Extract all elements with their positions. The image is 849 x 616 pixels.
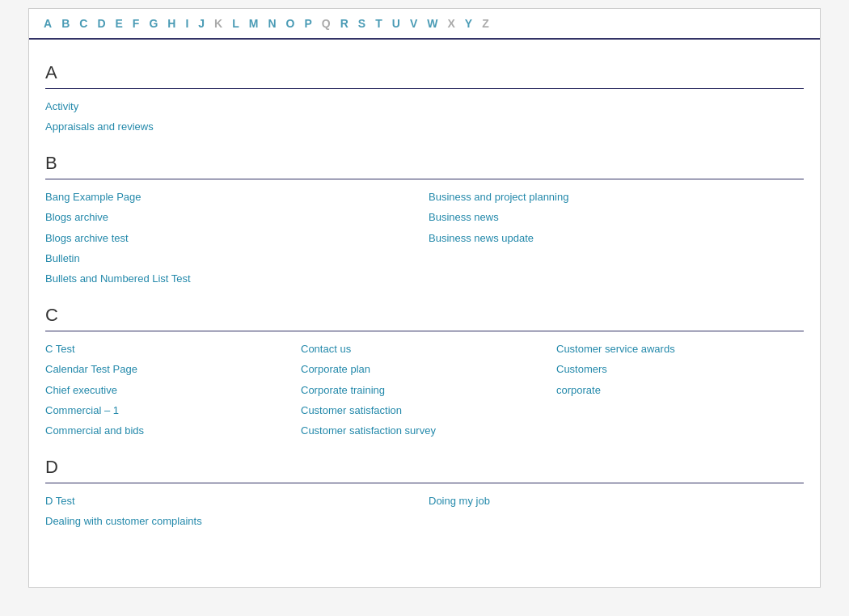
link-corporate-plan[interactable]: Corporate plan	[301, 360, 548, 378]
alpha-nav-letter-s[interactable]: S	[353, 15, 370, 32]
section-divider-b	[45, 179, 804, 179]
alpha-nav-letter-g[interactable]: G	[144, 15, 163, 32]
link-activity[interactable]: Activity	[45, 97, 804, 116]
alpha-nav-letter-o[interactable]: O	[281, 15, 300, 32]
link-business-news-update[interactable]: Business news update	[429, 229, 804, 247]
link-dealing-with-customer-complaints[interactable]: Dealing with customer complaints	[45, 512, 420, 530]
link-corporate[interactable]: corporate	[556, 381, 804, 399]
link-doing-my-job[interactable]: Doing my job	[429, 492, 804, 510]
link-empty	[556, 421, 804, 440]
link-blogs-archive[interactable]: Blogs archive	[45, 208, 420, 226]
link-commercial--1[interactable]: Commercial – 1	[45, 401, 293, 420]
section-a: AActivityAppraisals and reviews	[45, 62, 804, 137]
link-customers[interactable]: Customers	[556, 360, 804, 378]
alpha-nav-letter-z: Z	[477, 15, 494, 32]
link-empty	[429, 512, 804, 530]
section-divider-c	[45, 331, 804, 331]
link-c-test[interactable]: C Test	[45, 340, 293, 358]
link-calendar-test-page[interactable]: Calendar Test Page	[45, 360, 293, 378]
section-c: CC TestContact usCustomer service awards…	[45, 305, 804, 441]
link-empty	[429, 249, 804, 268]
alpha-nav-letter-m[interactable]: M	[244, 15, 264, 32]
alpha-nav-letter-c[interactable]: C	[74, 15, 92, 32]
alpha-nav-letter-b[interactable]: B	[57, 15, 74, 32]
section-divider-a	[45, 88, 804, 89]
link-chief-executive[interactable]: Chief executive	[45, 381, 293, 399]
link-customer-service-awards[interactable]: Customer service awards	[556, 340, 804, 358]
section-divider-d	[45, 483, 804, 483]
link-business-news[interactable]: Business news	[429, 208, 804, 226]
link-contact-us[interactable]: Contact us	[301, 340, 548, 358]
alpha-nav-letter-w[interactable]: W	[422, 15, 442, 32]
alpha-nav-letter-u[interactable]: U	[387, 15, 405, 32]
alpha-nav-letter-k: K	[209, 15, 227, 32]
section-d: DD TestDoing my jobDealing with customer…	[45, 457, 804, 531]
link-customer-satisfaction-survey[interactable]: Customer satisfaction survey	[301, 421, 548, 440]
page-container: ABCDEFGHIJKLMNOPQRSTUVWXYZ AActivityAppr…	[28, 8, 821, 588]
link-empty	[429, 269, 804, 288]
link-bang-example-page[interactable]: Bang Example Page	[45, 188, 420, 206]
alpha-nav-letter-i[interactable]: I	[180, 15, 193, 32]
alpha-nav-letter-e[interactable]: E	[111, 15, 128, 32]
alpha-nav-letter-v[interactable]: V	[405, 15, 422, 32]
section-heading-a: A	[45, 62, 804, 83]
link-business-and-project-planning[interactable]: Business and project planning	[429, 188, 804, 206]
alpha-nav-letter-q: Q	[317, 15, 336, 32]
alpha-nav-letter-h[interactable]: H	[163, 15, 180, 32]
alpha-nav-letter-p[interactable]: P	[299, 15, 316, 32]
alpha-nav-letter-j[interactable]: J	[193, 15, 209, 32]
alphabet-nav: ABCDEFGHIJKLMNOPQRSTUVWXYZ	[29, 9, 820, 40]
link-bullets-and-numbered-list-test[interactable]: Bullets and Numbered List Test	[45, 269, 420, 288]
link-bulletin[interactable]: Bulletin	[45, 249, 420, 268]
link-customer-satisfaction[interactable]: Customer satisfaction	[301, 401, 548, 420]
section-b: BBang Example PageBusiness and project p…	[45, 153, 804, 289]
link-appraisals-and-reviews[interactable]: Appraisals and reviews	[45, 117, 804, 136]
section-heading-d: D	[45, 457, 804, 478]
alpha-nav-letter-d[interactable]: D	[92, 15, 110, 32]
alpha-nav-letter-l[interactable]: L	[227, 15, 244, 32]
link-d-test[interactable]: D Test	[45, 492, 420, 510]
link-commercial-and-bids[interactable]: Commercial and bids	[45, 421, 293, 440]
link-blogs-archive-test[interactable]: Blogs archive test	[45, 229, 420, 247]
link-empty	[556, 401, 804, 420]
alpha-nav-letter-a[interactable]: A	[39, 15, 57, 32]
main-content: AActivityAppraisals and reviewsBBang Exa…	[29, 40, 820, 563]
alpha-nav-letter-x: X	[442, 15, 459, 32]
alpha-nav-letter-r[interactable]: R	[336, 15, 353, 32]
section-heading-b: B	[45, 153, 804, 174]
alpha-nav-letter-t[interactable]: T	[370, 15, 387, 32]
alpha-nav-letter-f[interactable]: F	[128, 15, 145, 32]
alpha-nav-letter-n[interactable]: N	[263, 15, 281, 32]
alpha-nav-letter-y[interactable]: Y	[460, 15, 477, 32]
section-heading-c: C	[45, 305, 804, 326]
link-corporate-training[interactable]: Corporate training	[301, 381, 548, 399]
